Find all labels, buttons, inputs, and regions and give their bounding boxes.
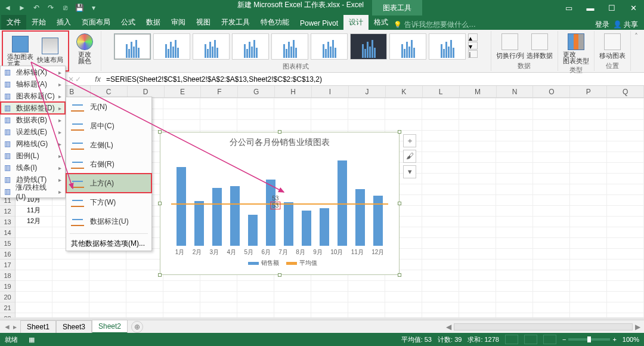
chart-style-thumb[interactable] (350, 33, 387, 60)
tab-review[interactable]: 审阅 (166, 15, 191, 30)
cell[interactable] (496, 227, 533, 237)
cell[interactable] (459, 227, 496, 237)
change-colors-button[interactable]: 更改 颜色 (72, 32, 97, 66)
cell[interactable] (422, 109, 459, 119)
sheet-tab[interactable]: Sheet2 (92, 320, 128, 333)
cell[interactable] (422, 238, 459, 248)
cell[interactable] (52, 292, 89, 302)
quick-layout-button[interactable]: 快速布局 (36, 36, 64, 66)
cell[interactable] (422, 120, 459, 130)
cell[interactable] (274, 313, 311, 317)
row-header[interactable]: 14 (0, 227, 15, 238)
cell[interactable] (496, 238, 533, 248)
cell[interactable] (570, 302, 607, 313)
cell[interactable]: 12月 (16, 217, 52, 227)
chart-styles-button[interactable]: 🖌 (403, 150, 416, 163)
cell[interactable] (496, 131, 533, 141)
tab-home[interactable]: 开始 (26, 15, 51, 30)
cell[interactable] (89, 260, 126, 270)
cell[interactable] (16, 249, 52, 259)
row-header[interactable]: 22 (0, 313, 15, 317)
cell[interactable] (163, 302, 200, 313)
cell[interactable] (274, 302, 311, 313)
cell[interactable] (607, 281, 644, 291)
cell[interactable] (89, 292, 126, 302)
tab-file[interactable]: 文件 (1, 15, 26, 30)
view-pagebreak-icon[interactable] (543, 335, 556, 344)
cell[interactable] (533, 281, 570, 291)
submenu-item-center[interactable]: 居中(C) (66, 116, 151, 135)
hscroll-left-icon[interactable]: ◀ (446, 323, 451, 331)
cell[interactable] (52, 260, 89, 270)
menu-item-error_bars[interactable]: ▥误差线(E) (1, 126, 65, 138)
cell[interactable] (533, 292, 570, 302)
cell[interactable]: 11月 (16, 206, 52, 216)
cell[interactable] (570, 217, 607, 227)
cell[interactable] (200, 302, 237, 313)
cell[interactable] (163, 109, 200, 119)
cell[interactable] (533, 184, 570, 194)
chart-filters-button[interactable]: ▾ (403, 165, 416, 178)
resize-handle[interactable] (158, 130, 162, 134)
cell[interactable] (496, 184, 533, 194)
menu-item-updown[interactable]: ▥涨/跌柱线(U) (1, 186, 65, 197)
cell[interactable] (570, 313, 607, 317)
cell[interactable] (459, 152, 496, 162)
resize-handle[interactable] (158, 202, 162, 205)
cell[interactable] (385, 109, 422, 119)
menu-item-lines[interactable]: ▥线条(I) (1, 162, 65, 174)
cell[interactable] (422, 152, 459, 162)
embedded-chart[interactable]: 分公司各月份销售业绩图表 53 53 1月2月3月4月5月6月7月8月9月10月… (160, 132, 400, 275)
ribbon-collapse-icon[interactable]: ˄ (631, 31, 642, 71)
cell[interactable] (163, 120, 200, 130)
row-header[interactable]: 13 (0, 217, 15, 227)
cell[interactable] (274, 98, 311, 109)
cell[interactable] (570, 195, 607, 205)
maximize-icon[interactable]: ☐ (603, 4, 620, 13)
cell[interactable] (422, 270, 459, 280)
cell[interactable] (459, 206, 496, 216)
menu-item-gridlines[interactable]: ▥网格线(G) (1, 138, 65, 150)
cell[interactable] (237, 120, 274, 130)
cell[interactable] (274, 292, 311, 302)
submenu-item-left[interactable]: 左侧(L) (66, 135, 151, 155)
column-header[interactable]: E (165, 86, 202, 97)
cell[interactable] (16, 281, 52, 291)
cell[interactable] (422, 98, 459, 109)
row-header[interactable]: 15 (0, 238, 15, 249)
cell[interactable] (422, 131, 459, 141)
cell[interactable] (52, 281, 89, 291)
resize-handle[interactable] (158, 273, 162, 277)
cell[interactable] (496, 120, 533, 130)
column-header[interactable]: F (201, 86, 238, 97)
cell[interactable] (237, 292, 274, 302)
cell[interactable] (533, 195, 570, 205)
cell[interactable] (607, 270, 644, 280)
menu-item-axis_titles[interactable]: ▥轴标题(A) (1, 78, 65, 90)
cell[interactable] (570, 238, 607, 248)
cell[interactable] (570, 131, 607, 141)
cell[interactable] (607, 260, 644, 270)
cell[interactable] (533, 206, 570, 216)
cell[interactable] (533, 302, 570, 313)
cell[interactable] (496, 163, 533, 173)
cell[interactable] (607, 217, 644, 227)
cell[interactable] (607, 302, 644, 313)
cell[interactable] (348, 281, 385, 291)
cell[interactable] (570, 206, 607, 216)
cell[interactable] (311, 292, 348, 302)
column-header[interactable]: D (128, 86, 165, 97)
resize-handle[interactable] (398, 273, 401, 277)
submenu-item-none[interactable]: 无(N) (66, 97, 151, 116)
cell[interactable] (237, 302, 274, 313)
cell[interactable] (459, 249, 496, 259)
zoom-control[interactable]: −+ (562, 336, 617, 343)
cell[interactable] (422, 163, 459, 173)
chart-bar[interactable] (230, 186, 240, 246)
sheet-tab[interactable]: Sheet3 (56, 320, 92, 333)
undo-icon[interactable]: ↶ (31, 2, 42, 13)
cell[interactable] (348, 109, 385, 119)
cell[interactable] (607, 98, 644, 109)
select-data-button[interactable]: 选择数据 (525, 32, 554, 61)
cell[interactable] (570, 141, 607, 152)
